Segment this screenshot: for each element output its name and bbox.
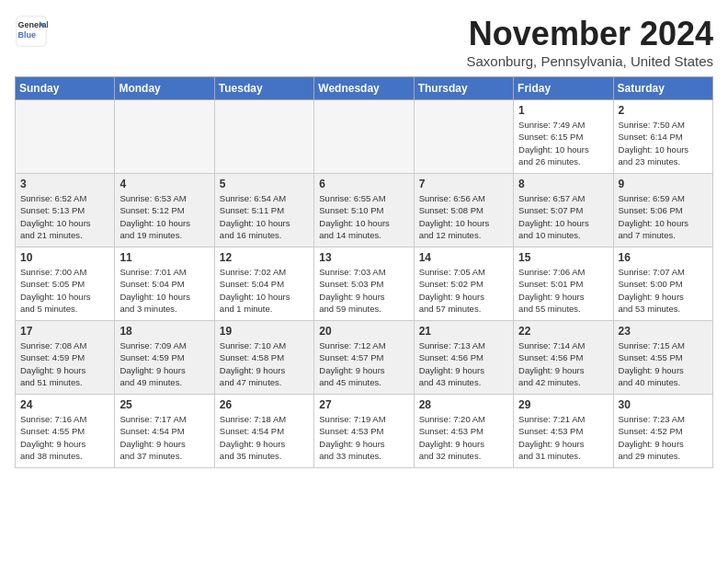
day-number: 3	[20, 178, 109, 190]
day-number: 19	[220, 325, 309, 338]
calendar-cell: 18Sunrise: 7:09 AM Sunset: 4:59 PM Dayli…	[115, 321, 214, 395]
day-number: 5	[220, 178, 309, 190]
calendar-week-row: 17Sunrise: 7:08 AM Sunset: 4:59 PM Dayli…	[16, 321, 713, 395]
calendar-cell: 26Sunrise: 7:18 AM Sunset: 4:54 PM Dayli…	[214, 395, 313, 468]
day-info: Sunrise: 6:52 AM Sunset: 5:13 PM Dayligh…	[20, 192, 109, 241]
day-info: Sunrise: 7:49 AM Sunset: 6:15 PM Dayligh…	[518, 119, 608, 167]
day-info: Sunrise: 7:17 AM Sunset: 4:54 PM Dayligh…	[119, 413, 209, 462]
day-info: Sunrise: 7:14 AM Sunset: 4:56 PM Dayligh…	[518, 339, 608, 388]
day-number: 15	[518, 251, 608, 264]
day-info: Sunrise: 7:09 AM Sunset: 4:59 PM Dayligh…	[119, 339, 209, 388]
day-info: Sunrise: 6:53 AM Sunset: 5:12 PM Dayligh…	[119, 192, 209, 241]
calendar-week-row: 1Sunrise: 7:49 AM Sunset: 6:15 PM Daylig…	[16, 100, 713, 174]
calendar-cell: 29Sunrise: 7:21 AM Sunset: 4:53 PM Dayli…	[514, 395, 613, 468]
day-info: Sunrise: 7:13 AM Sunset: 4:56 PM Dayligh…	[419, 339, 508, 388]
calendar-cell: 27Sunrise: 7:19 AM Sunset: 4:53 PM Dayli…	[314, 395, 414, 468]
logo-icon: General Blue	[15, 15, 48, 48]
calendar-cell: 9Sunrise: 6:59 AM Sunset: 5:06 PM Daylig…	[613, 174, 712, 247]
calendar-day-header: Friday	[514, 77, 613, 100]
day-number: 7	[419, 178, 508, 190]
calendar-cell: 13Sunrise: 7:03 AM Sunset: 5:03 PM Dayli…	[314, 247, 414, 321]
day-info: Sunrise: 7:18 AM Sunset: 4:54 PM Dayligh…	[220, 413, 309, 462]
calendar-cell: 19Sunrise: 7:10 AM Sunset: 4:58 PM Dayli…	[214, 321, 313, 395]
day-number: 10	[20, 251, 109, 264]
svg-text:Blue: Blue	[18, 30, 37, 40]
day-number: 14	[419, 251, 508, 264]
calendar-cell: 30Sunrise: 7:23 AM Sunset: 4:52 PM Dayli…	[613, 395, 712, 468]
calendar-body: 1Sunrise: 7:49 AM Sunset: 6:15 PM Daylig…	[16, 100, 713, 468]
calendar-cell: 4Sunrise: 6:53 AM Sunset: 5:12 PM Daylig…	[115, 174, 214, 247]
day-info: Sunrise: 6:55 AM Sunset: 5:10 PM Dayligh…	[319, 192, 408, 241]
day-number: 18	[119, 325, 209, 338]
day-number: 6	[319, 178, 408, 190]
calendar-cell	[414, 100, 513, 174]
calendar-day-header: Monday	[115, 77, 214, 100]
day-info: Sunrise: 7:15 AM Sunset: 4:55 PM Dayligh…	[619, 339, 708, 388]
day-number: 16	[619, 251, 708, 264]
day-number: 2	[619, 104, 708, 117]
day-info: Sunrise: 7:00 AM Sunset: 5:05 PM Dayligh…	[20, 266, 109, 315]
day-info: Sunrise: 7:16 AM Sunset: 4:55 PM Dayligh…	[20, 413, 109, 462]
calendar-cell: 11Sunrise: 7:01 AM Sunset: 5:04 PM Dayli…	[115, 247, 214, 321]
day-info: Sunrise: 7:02 AM Sunset: 5:04 PM Dayligh…	[220, 266, 309, 315]
day-info: Sunrise: 7:50 AM Sunset: 6:14 PM Dayligh…	[619, 119, 708, 167]
calendar-cell: 14Sunrise: 7:05 AM Sunset: 5:02 PM Dayli…	[414, 247, 513, 321]
day-number: 27	[319, 398, 408, 411]
day-number: 13	[319, 251, 408, 264]
day-number: 17	[20, 325, 109, 338]
calendar-day-header: Saturday	[613, 77, 712, 100]
calendar-day-header: Wednesday	[314, 77, 414, 100]
calendar-cell: 3Sunrise: 6:52 AM Sunset: 5:13 PM Daylig…	[16, 174, 115, 247]
day-info: Sunrise: 7:05 AM Sunset: 5:02 PM Dayligh…	[419, 266, 508, 315]
calendar-cell: 10Sunrise: 7:00 AM Sunset: 5:05 PM Dayli…	[16, 247, 115, 321]
calendar-cell: 21Sunrise: 7:13 AM Sunset: 4:56 PM Dayli…	[414, 321, 513, 395]
calendar-cell: 17Sunrise: 7:08 AM Sunset: 4:59 PM Dayli…	[16, 321, 115, 395]
day-info: Sunrise: 7:20 AM Sunset: 4:53 PM Dayligh…	[419, 413, 508, 462]
day-info: Sunrise: 7:08 AM Sunset: 4:59 PM Dayligh…	[20, 339, 109, 388]
calendar-cell: 20Sunrise: 7:12 AM Sunset: 4:57 PM Dayli…	[314, 321, 414, 395]
month-title: November 2024	[467, 15, 714, 53]
day-number: 11	[119, 251, 209, 264]
day-info: Sunrise: 6:54 AM Sunset: 5:11 PM Dayligh…	[220, 192, 309, 241]
calendar-cell: 22Sunrise: 7:14 AM Sunset: 4:56 PM Dayli…	[514, 321, 613, 395]
calendar-cell: 12Sunrise: 7:02 AM Sunset: 5:04 PM Dayli…	[214, 247, 313, 321]
calendar-cell	[16, 100, 115, 174]
day-number: 28	[419, 398, 508, 411]
calendar-cell: 8Sunrise: 6:57 AM Sunset: 5:07 PM Daylig…	[514, 174, 613, 247]
day-info: Sunrise: 7:19 AM Sunset: 4:53 PM Dayligh…	[319, 413, 408, 462]
logo: General Blue	[15, 15, 48, 48]
calendar-day-header: Thursday	[414, 77, 513, 100]
calendar-cell: 1Sunrise: 7:49 AM Sunset: 6:15 PM Daylig…	[514, 100, 613, 174]
calendar-cell: 6Sunrise: 6:55 AM Sunset: 5:10 PM Daylig…	[314, 174, 414, 247]
day-number: 29	[518, 398, 608, 411]
day-number: 12	[220, 251, 309, 264]
calendar-cell	[115, 100, 214, 174]
page-header: General Blue November 2024 Saxonburg, Pe…	[15, 15, 713, 69]
calendar-week-row: 3Sunrise: 6:52 AM Sunset: 5:13 PM Daylig…	[16, 174, 713, 247]
day-number: 25	[119, 398, 209, 411]
title-area: November 2024 Saxonburg, Pennsylvania, U…	[467, 15, 714, 69]
calendar-header-row: SundayMondayTuesdayWednesdayThursdayFrid…	[16, 77, 713, 100]
day-info: Sunrise: 7:12 AM Sunset: 4:57 PM Dayligh…	[319, 339, 408, 388]
day-number: 20	[319, 325, 408, 338]
calendar-cell: 16Sunrise: 7:07 AM Sunset: 5:00 PM Dayli…	[613, 247, 712, 321]
day-info: Sunrise: 7:06 AM Sunset: 5:01 PM Dayligh…	[518, 266, 608, 315]
day-info: Sunrise: 6:57 AM Sunset: 5:07 PM Dayligh…	[518, 192, 608, 241]
day-number: 4	[119, 178, 209, 190]
day-info: Sunrise: 7:23 AM Sunset: 4:52 PM Dayligh…	[619, 413, 708, 462]
day-number: 8	[518, 178, 608, 190]
calendar-week-row: 10Sunrise: 7:00 AM Sunset: 5:05 PM Dayli…	[16, 247, 713, 321]
day-info: Sunrise: 7:21 AM Sunset: 4:53 PM Dayligh…	[518, 413, 608, 462]
day-number: 22	[518, 325, 608, 338]
calendar-table: SundayMondayTuesdayWednesdayThursdayFrid…	[15, 76, 713, 468]
day-number: 30	[619, 398, 708, 411]
calendar-cell: 15Sunrise: 7:06 AM Sunset: 5:01 PM Dayli…	[514, 247, 613, 321]
calendar-cell	[214, 100, 313, 174]
calendar-cell: 28Sunrise: 7:20 AM Sunset: 4:53 PM Dayli…	[414, 395, 513, 468]
calendar-cell: 7Sunrise: 6:56 AM Sunset: 5:08 PM Daylig…	[414, 174, 513, 247]
calendar-cell	[314, 100, 414, 174]
day-info: Sunrise: 7:01 AM Sunset: 5:04 PM Dayligh…	[119, 266, 209, 315]
day-info: Sunrise: 7:03 AM Sunset: 5:03 PM Dayligh…	[319, 266, 408, 315]
day-info: Sunrise: 6:59 AM Sunset: 5:06 PM Dayligh…	[619, 192, 708, 241]
day-number: 24	[20, 398, 109, 411]
